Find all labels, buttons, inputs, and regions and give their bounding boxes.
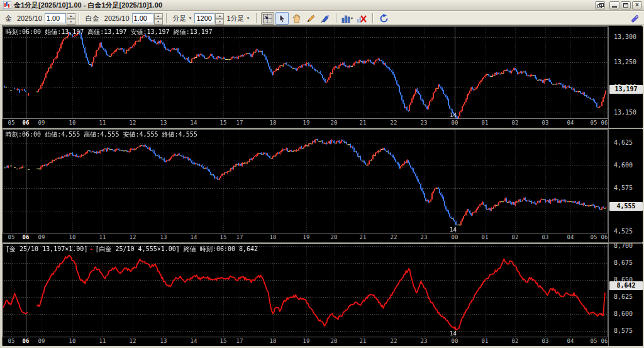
x-tick-label: 06 — [601, 338, 608, 344]
chevron-down-icon: ▼ — [247, 16, 250, 20]
platinum-multiplier-input[interactable] — [132, 13, 153, 23]
bar-count-input[interactable] — [194, 13, 214, 23]
x-tick-label: 10 — [69, 338, 76, 344]
toolbar-separator — [166, 13, 167, 23]
y-tick-label: 8,600 — [614, 310, 633, 317]
x-tick-label: 03 — [542, 120, 549, 126]
platinum-price-axis[interactable]: 4,6254,6004,5754,5254,555 — [608, 129, 643, 242]
gold-multiplier-input[interactable] — [45, 13, 66, 23]
x-tick-label: 00 — [452, 120, 458, 126]
window-title: 金1分足[2025/10]1.00 - 白金1分足[2025/10]1.00 — [14, 1, 162, 10]
y-tick-label: 8,700 — [614, 244, 633, 249]
marker-tool-button[interactable] — [319, 12, 332, 25]
platinum-plot-canvas[interactable] — [3, 129, 608, 233]
x-tick-label: 12 — [130, 120, 136, 126]
platinum-label: 白金 — [86, 14, 99, 23]
x-tick-label: 14 — [191, 338, 197, 344]
gold-month-label: 2025/10 — [17, 14, 42, 22]
spread-minus-operator: - — [87, 245, 95, 252]
x-tick-label: 06 — [601, 120, 608, 126]
x-tick-label: 09 — [38, 234, 45, 240]
x-tick-label: 14 — [191, 234, 197, 240]
x-tick-label: 22 — [391, 338, 397, 344]
wrench-icon — [630, 14, 639, 23]
gold-info-line: 時刻:06:00 始値:13,197 高値:13,197 安値:13,197 終… — [6, 28, 213, 36]
marker-flag-icon — [321, 14, 330, 23]
hand-icon — [292, 14, 301, 23]
y-tick-label: 13,150 — [614, 109, 636, 116]
x-tick-label: 11 — [99, 234, 106, 240]
x-tick-label: 01 — [482, 120, 489, 126]
pencil-tool-button[interactable] — [304, 12, 318, 25]
remove-indicator-button[interactable] — [355, 12, 369, 25]
gold-panel: 時刻:06:00 始値:13,197 高値:13,197 安値:13,197 終… — [3, 26, 641, 128]
y-tick-label: 8,625 — [614, 293, 633, 300]
interval-dropdown[interactable]: 1分足▼ — [224, 13, 252, 24]
toolbar: 金 2025/10 ▲▼ 白金 2025/10 ▲▼ 分足▼ ▲▼ 1分足▼ — [0, 11, 644, 25]
x-tick-label: 02 — [512, 234, 519, 240]
x-tick-label: 11 — [99, 120, 106, 126]
y-tick-label: 13,250 — [614, 59, 636, 65]
y-tick-label: 8,575 — [614, 327, 633, 334]
float-window-button[interactable] — [595, 1, 605, 9]
close-button[interactable]: × — [632, 1, 642, 9]
y-tick-label: 4,600 — [614, 162, 633, 169]
bar-count-stepper[interactable]: ▲▼ — [215, 13, 224, 23]
x-tick-label: 23 — [421, 338, 428, 344]
settings-button[interactable] — [629, 13, 640, 25]
x-tick-label: 09 — [38, 338, 45, 344]
x-tick-label: 03 — [542, 338, 549, 344]
crosshair-tool-button[interactable] — [261, 12, 274, 25]
x-tick-label: 00 — [452, 338, 458, 344]
x-tick-label: 06 — [23, 338, 30, 344]
platinum-month-label: 2025/10 — [104, 14, 130, 22]
x-tick-label: 05 — [591, 338, 597, 344]
maximize-button[interactable] — [621, 1, 631, 9]
toolbar-separator — [372, 13, 374, 23]
spread-formula-platinum: [白金 25/10 4,555×1.00] — [95, 245, 179, 252]
spread-close-value: 終値 時刻:06:00 8,642 — [180, 245, 258, 252]
minimize-button[interactable] — [609, 1, 619, 9]
x-tick-label: 17 — [236, 234, 243, 240]
x-tick-label: 01 — [482, 234, 489, 240]
x-tick-label: 05 — [591, 234, 597, 240]
x-tick-label: 06 — [23, 120, 30, 126]
platinum-info-line: 時刻:06:00 始値:4,555 高値:4,555 安値:4,555 終値:4… — [6, 130, 197, 139]
y-tick-label: 4,575 — [614, 184, 633, 191]
x-tick-label: 20 — [331, 120, 338, 126]
x-tick-label: 23 — [421, 120, 428, 126]
toolbar-separator — [336, 13, 337, 23]
platinum-multiplier-stepper[interactable]: ▲▼ — [154, 13, 163, 23]
period-type-dropdown[interactable]: 分足▼ — [170, 13, 195, 24]
x-tick-label: 22 — [391, 120, 397, 126]
x-tick-label: 17 — [236, 338, 243, 344]
x-tick-label: 13 — [160, 120, 167, 126]
gold-price-axis[interactable]: 13,30013,25013,20013,15013,197 — [608, 26, 643, 128]
y-tick-label: 8,675 — [614, 259, 633, 266]
current-price-badge: 4,555 — [609, 202, 643, 211]
current-price-badge: 8,642 — [609, 281, 643, 290]
x-tick-label: 03 — [542, 234, 549, 240]
x-tick-label: 21 — [360, 234, 367, 240]
x-tick-label: 11 — [99, 338, 106, 344]
toolbar-separator — [256, 13, 257, 23]
spread-price-axis[interactable]: 8,7008,6758,6508,6258,6008,5758,642 — [608, 244, 643, 346]
spread-time-axis[interactable]: 0506091011121314151718192021222300010203… — [3, 337, 608, 346]
y-tick-label: 13,300 — [614, 33, 636, 40]
refresh-button[interactable] — [377, 12, 391, 25]
gold-multiplier-stepper[interactable]: ▲▼ — [67, 13, 75, 23]
x-tick-label: 13 — [160, 234, 167, 240]
gold-plot-canvas[interactable] — [3, 26, 608, 119]
x-tick-label: 19 — [303, 338, 310, 344]
x-tick-label: 05 — [591, 120, 597, 126]
x-tick-label: 17 — [236, 120, 243, 126]
x-tick-label: 15 — [220, 120, 227, 126]
x-tick-label: 15 — [220, 338, 227, 344]
pan-tool-button[interactable] — [290, 12, 303, 25]
select-tool-button[interactable] — [275, 12, 289, 25]
indicator-chart-button[interactable] — [341, 12, 354, 25]
x-tick-label: 04 — [567, 338, 574, 344]
spread-plot-canvas[interactable] — [3, 244, 608, 337]
gold-time-axis[interactable]: 0506091011121314151718192021222300010203… — [3, 119, 608, 128]
platinum-time-axis[interactable]: 0506091011121314151718192021222300010203… — [3, 233, 608, 242]
